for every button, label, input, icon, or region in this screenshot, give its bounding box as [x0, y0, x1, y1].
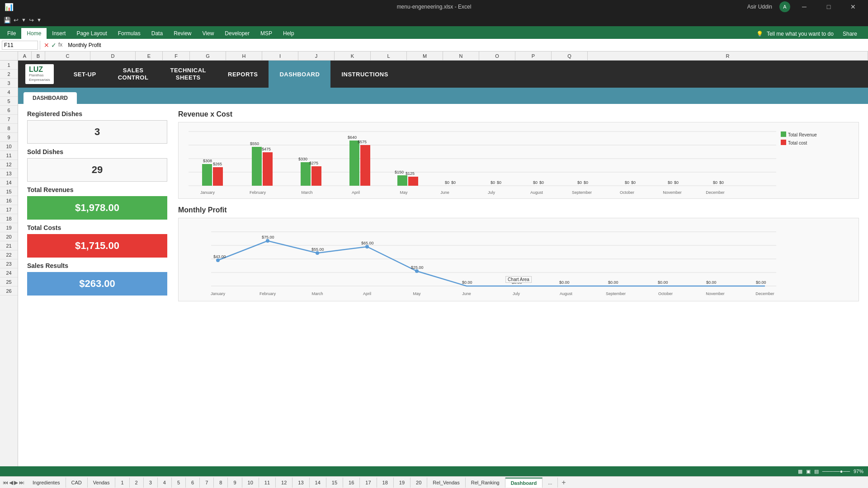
sheet-5[interactable]: 5	[172, 478, 186, 488]
sheet-10[interactable]: 10	[242, 478, 259, 488]
col-header-p[interactable]: P	[515, 52, 552, 60]
sheet-prev-button[interactable]: ◀	[9, 479, 13, 486]
row-12[interactable]: 12	[0, 160, 18, 169]
row-3[interactable]: 3	[0, 79, 18, 88]
col-header-r[interactable]: R	[588, 52, 868, 60]
maximize-button[interactable]: □	[818, 0, 839, 14]
zoom-level[interactable]: 97%	[854, 469, 863, 474]
tab-msp[interactable]: MSP	[255, 28, 278, 39]
row-19[interactable]: 19	[0, 223, 18, 232]
sheet-8[interactable]: 8	[214, 478, 228, 488]
minimize-button[interactable]: ─	[794, 0, 815, 14]
sheet-18[interactable]: 18	[377, 478, 394, 488]
row-10[interactable]: 10	[0, 142, 18, 151]
nav-sales-control[interactable]: SALESCONTROL	[107, 61, 160, 88]
sheet-7[interactable]: 7	[200, 478, 214, 488]
col-header-j[interactable]: J	[298, 52, 335, 60]
sheet-3[interactable]: 3	[144, 478, 158, 488]
row-26[interactable]: 26	[0, 286, 18, 296]
sheet-cad[interactable]: CAD	[66, 478, 88, 488]
row-2[interactable]: 2	[0, 70, 18, 79]
sheet-15[interactable]: 15	[326, 478, 343, 488]
row-21[interactable]: 21	[0, 241, 18, 250]
tab-developer[interactable]: Developer	[219, 28, 255, 39]
view-page-icon[interactable]: ▤	[814, 469, 819, 474]
sheet-last-button[interactable]: ⏭	[19, 479, 24, 486]
col-header-h[interactable]: H	[226, 52, 262, 60]
cancel-formula-icon[interactable]: ✕	[44, 42, 49, 49]
row-18[interactable]: 18	[0, 214, 18, 223]
sheet-6[interactable]: 6	[186, 478, 200, 488]
sheet-4[interactable]: 4	[158, 478, 172, 488]
col-header-b[interactable]: B	[32, 52, 45, 60]
col-header-o[interactable]: O	[479, 52, 515, 60]
tab-data[interactable]: Data	[146, 28, 168, 39]
row-9[interactable]: 9	[0, 133, 18, 142]
cell-reference[interactable]: F11	[2, 41, 38, 50]
tab-review[interactable]: Review	[168, 28, 197, 39]
customize-quick-button[interactable]: ▼	[37, 17, 42, 23]
row-25[interactable]: 25	[0, 277, 18, 286]
tab-page-layout[interactable]: Page Layout	[71, 28, 112, 39]
view-layout-icon[interactable]: ▣	[806, 469, 811, 474]
row-5[interactable]: 5	[0, 97, 18, 106]
row-6[interactable]: 6	[0, 106, 18, 115]
save-quick-button[interactable]: 💾	[4, 17, 11, 23]
col-header-q[interactable]: Q	[552, 52, 588, 60]
sheet-ingredientes[interactable]: Ingredientes	[27, 478, 66, 488]
insert-function-icon[interactable]: fx	[58, 42, 62, 49]
sheet-16[interactable]: 16	[343, 478, 360, 488]
sheet-17[interactable]: 17	[360, 478, 377, 488]
formula-input[interactable]: Monthly Profit	[66, 42, 866, 48]
sheet-14[interactable]: 14	[310, 478, 326, 488]
nav-instructions[interactable]: INSTRUCTIONS	[330, 61, 399, 88]
sheet-more[interactable]: ...	[542, 478, 558, 488]
col-header-c[interactable]: C	[45, 52, 90, 60]
confirm-formula-icon[interactable]: ✓	[51, 42, 57, 49]
sheet-9[interactable]: 9	[228, 478, 242, 488]
col-header-f[interactable]: F	[163, 52, 190, 60]
row-22[interactable]: 22	[0, 250, 18, 259]
sheet-rel-vendas[interactable]: Rel_Vendas	[427, 478, 465, 488]
sheet-vendas[interactable]: Vendas	[88, 478, 116, 488]
sheet-rel-ranking[interactable]: Rel_Ranking	[466, 478, 505, 488]
row-23[interactable]: 23	[0, 259, 18, 268]
app-logo[interactable]: LUZ PlanilhasEmpresariais	[25, 64, 54, 84]
tab-formulas[interactable]: Formulas	[113, 28, 146, 39]
revenue-chart-container[interactable]: $308 $265 January $550 $475 February	[178, 122, 859, 199]
row-14[interactable]: 14	[0, 178, 18, 187]
sheet-2[interactable]: 2	[130, 478, 144, 488]
row-7[interactable]: 7	[0, 115, 18, 124]
share-button[interactable]: Share	[837, 29, 863, 39]
dashboard-tab[interactable]: DASHBOARD	[24, 92, 77, 104]
col-header-a[interactable]: A	[18, 52, 32, 60]
undo-quick-button[interactable]: ↩	[14, 17, 19, 23]
sheet-20[interactable]: 20	[410, 478, 427, 488]
tab-file[interactable]: File	[2, 28, 21, 39]
col-header-e[interactable]: E	[136, 52, 163, 60]
tab-home[interactable]: Home	[21, 28, 47, 39]
col-header-i[interactable]: I	[262, 52, 298, 60]
redo-quick-button[interactable]: ↪	[29, 17, 34, 23]
sheet-next-button[interactable]: ▶	[14, 479, 18, 486]
tell-me-input[interactable]: Tell me what you want to do	[767, 31, 834, 37]
row-24[interactable]: 24	[0, 268, 18, 277]
view-normal-icon[interactable]: ▦	[798, 469, 802, 474]
sheet-19[interactable]: 19	[394, 478, 410, 488]
tab-view[interactable]: View	[197, 28, 220, 39]
nav-reports[interactable]: REPORTS	[217, 61, 269, 88]
sheet-1[interactable]: 1	[115, 478, 129, 488]
row-4[interactable]: 4	[0, 88, 18, 97]
col-header-l[interactable]: L	[371, 52, 407, 60]
sheet-first-button[interactable]: ⏮	[3, 479, 8, 486]
tab-insert[interactable]: Insert	[47, 28, 71, 39]
row-8[interactable]: 8	[0, 124, 18, 133]
sheet-12[interactable]: 12	[276, 478, 292, 488]
col-header-n[interactable]: N	[443, 52, 479, 60]
sheet-11[interactable]: 11	[259, 478, 276, 488]
row-17[interactable]: 17	[0, 205, 18, 214]
tab-help[interactable]: Help	[278, 28, 300, 39]
zoom-slider[interactable]: ─────●──	[822, 469, 850, 474]
profit-chart-container[interactable]: $43.00 $75.00 $55.00 $65.00 $25.00 $0.00…	[178, 218, 859, 301]
col-header-k[interactable]: K	[335, 52, 371, 60]
